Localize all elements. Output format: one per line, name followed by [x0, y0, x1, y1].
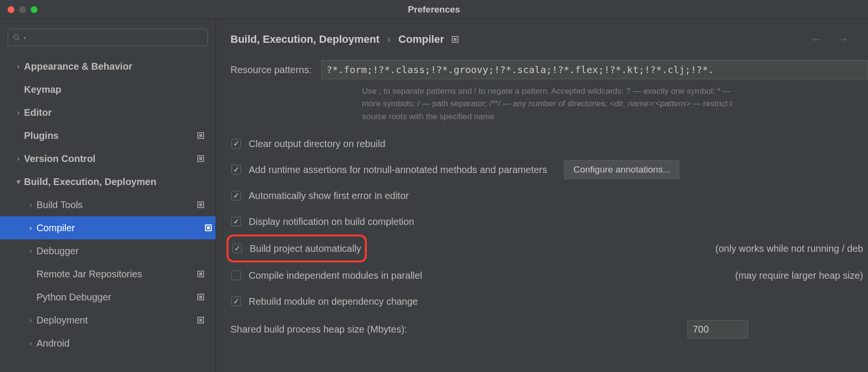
maximize-button[interactable] — [31, 6, 37, 13]
module-marker-icon — [197, 317, 204, 323]
sidebar-item-label: Debugger — [36, 246, 79, 257]
sidebar-item-label: Keymap — [24, 84, 61, 95]
configure-annotations-button[interactable]: Configure annotations... — [564, 160, 679, 179]
nav-back-icon[interactable]: ← — [810, 32, 823, 47]
option-label: Add runtime assertions for notnull-annot… — [249, 164, 547, 175]
checkbox[interactable] — [231, 191, 241, 200]
sidebar-item-label: Build Tools — [36, 199, 83, 211]
checkbox[interactable] — [231, 271, 241, 280]
sidebar-item-plugins[interactable]: ›Plugins — [8, 124, 208, 147]
sidebar-item-label: Build, Execution, Deploymen — [24, 176, 157, 187]
option-hint: (may require larger heap size) — [735, 270, 863, 281]
option-row: Compile independent modules in parallel(… — [230, 262, 868, 288]
sidebar-item-label: Android — [36, 338, 70, 349]
sidebar-item-label: Compiler — [36, 223, 75, 234]
svg-point-0 — [14, 35, 18, 39]
module-marker-icon — [452, 36, 458, 43]
sidebar-item-label: Deployment — [36, 315, 88, 326]
option-label: Compile independent modules in parallel — [249, 270, 422, 281]
option-row: Clear output directory on rebuild — [230, 131, 868, 157]
sidebar-item-editor[interactable]: ›Editor — [8, 101, 208, 124]
checkbox[interactable] — [231, 139, 241, 149]
module-marker-icon — [197, 294, 204, 300]
sidebar: ▾ ›Appearance & Behavior›Keymap›Editor›P… — [0, 19, 216, 372]
breadcrumb-current: Compiler — [398, 33, 444, 46]
chevron-right-icon: › — [25, 316, 36, 324]
breadcrumb-separator: › — [387, 33, 390, 46]
sidebar-item-label: Plugins — [24, 130, 59, 141]
chevron-right-icon: › — [12, 62, 24, 70]
sidebar-item-appearance-behavior[interactable]: ›Appearance & Behavior — [8, 55, 208, 78]
module-marker-icon — [197, 201, 204, 208]
sidebar-item-version-control[interactable]: ›Version Control — [8, 147, 208, 170]
sidebar-item-keymap[interactable]: ›Keymap — [8, 78, 208, 101]
settings-tree: ›Appearance & Behavior›Keymap›Editor›Plu… — [8, 55, 208, 355]
sidebar-item-python-debugger[interactable]: ›Python Debugger — [8, 285, 208, 309]
option-label: Display notification on build completion — [249, 216, 414, 227]
module-marker-icon — [197, 271, 204, 277]
window-controls — [8, 6, 37, 13]
breadcrumb: Build, Execution, Deployment › Compiler … — [230, 32, 868, 47]
chevron-right-icon: › — [12, 109, 24, 116]
resource-patterns-input[interactable] — [321, 60, 868, 79]
chevron-right-icon: › — [12, 155, 24, 162]
sidebar-item-label: Appearance & Behavior — [24, 61, 133, 72]
option-label: Clear output directory on rebuild — [249, 138, 386, 149]
checkbox[interactable] — [231, 297, 241, 306]
svg-line-1 — [18, 38, 20, 40]
breadcrumb-parent[interactable]: Build, Execution, Deployment — [230, 33, 379, 46]
heap-size-label: Shared build process heap size (Mbytes): — [230, 324, 407, 335]
chevron-right-icon: › — [25, 247, 36, 255]
content-panel: Build, Execution, Deployment › Compiler … — [216, 19, 868, 372]
option-hint: (only works while not running / deb — [715, 243, 863, 254]
option-row: Build project automatically — [229, 237, 361, 260]
module-marker-icon — [197, 155, 204, 162]
minimize-button[interactable] — [19, 6, 26, 13]
chevron-down-icon: ▾ — [12, 178, 24, 186]
option-row: Automatically show first error in editor — [230, 183, 868, 209]
option-label: Build project automatically — [250, 243, 361, 254]
search-input[interactable]: ▾ — [8, 29, 208, 46]
sidebar-item-android[interactable]: ›Android — [8, 332, 208, 355]
sidebar-item-debugger[interactable]: ›Debugger — [8, 239, 208, 262]
sidebar-item-label: Remote Jar Repositories — [36, 269, 142, 280]
sidebar-item-label: Editor — [24, 107, 52, 118]
chevron-right-icon: › — [25, 201, 36, 209]
sidebar-item-compiler[interactable]: ›Compiler — [0, 216, 216, 239]
highlight-callout: Build project automatically — [227, 235, 367, 262]
chevron-right-icon: › — [25, 224, 36, 232]
sidebar-item-label: Python Debugger — [36, 292, 111, 303]
checkbox[interactable] — [231, 165, 241, 174]
checkbox[interactable] — [232, 244, 242, 253]
search-dropdown-icon[interactable]: ▾ — [24, 35, 26, 40]
checkbox[interactable] — [231, 217, 241, 226]
sidebar-item-deployment[interactable]: ›Deployment — [8, 309, 208, 332]
module-marker-icon — [197, 132, 204, 139]
sidebar-item-build-execution-deploymen[interactable]: ▾Build, Execution, Deploymen — [8, 170, 208, 193]
nav-forward-icon[interactable]: → — [836, 32, 849, 47]
option-row: Rebuild module on dependency change — [230, 288, 868, 314]
resource-patterns-label: Resource patterns: — [230, 64, 312, 75]
close-button[interactable] — [8, 6, 14, 13]
option-label: Automatically show first error in editor — [249, 190, 409, 201]
sidebar-item-label: Version Control — [24, 153, 96, 164]
module-marker-icon — [205, 224, 212, 231]
search-icon — [13, 34, 21, 41]
resource-patterns-hint: Use ; to separate patterns and ! to nega… — [230, 85, 868, 123]
titlebar: Preferences — [0, 0, 868, 19]
chevron-right-icon: › — [25, 339, 36, 347]
window-title: Preferences — [408, 4, 460, 15]
sidebar-item-remote-jar-repositories[interactable]: ›Remote Jar Repositories — [8, 262, 208, 285]
option-label: Rebuild module on dependency change — [249, 296, 418, 307]
option-row: Add runtime assertions for notnull-annot… — [230, 157, 868, 183]
option-row: Display notification on build completion — [230, 209, 868, 235]
sidebar-item-build-tools[interactable]: ›Build Tools — [8, 193, 208, 216]
heap-size-input[interactable] — [687, 320, 748, 338]
